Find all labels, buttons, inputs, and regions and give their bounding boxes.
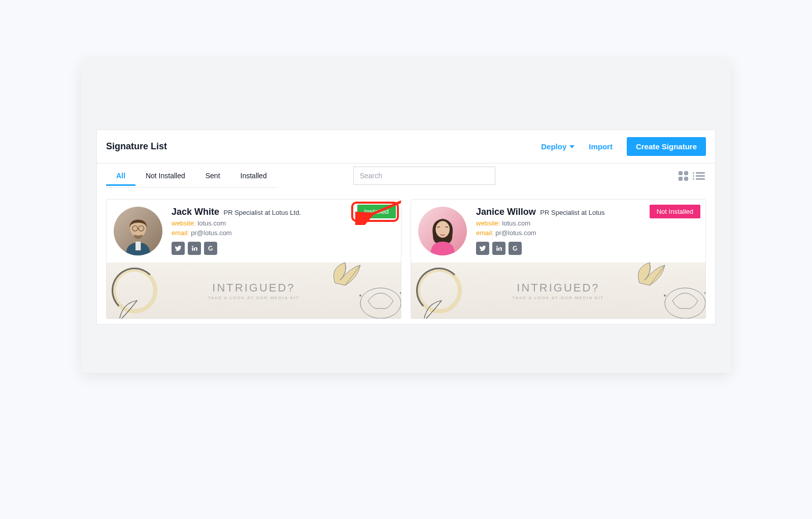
svg-point-7 xyxy=(400,292,401,294)
avatar xyxy=(418,207,467,255)
banner-text: INTRIGUED? TAKE A LOOK AT OUR MEDIA KIT xyxy=(513,281,604,300)
svg-point-11 xyxy=(665,288,705,318)
website-line: website: lotus.com xyxy=(476,219,698,227)
leaf-icon xyxy=(421,298,452,318)
promo-banner: INTRIGUED? TAKE A LOOK AT OUR MEDIA KIT xyxy=(411,263,705,318)
view-toggle xyxy=(678,170,706,181)
search-input[interactable] xyxy=(353,167,495,185)
deploy-label: Deploy xyxy=(541,142,566,151)
person-role: PR Specialist at Lotus xyxy=(540,209,604,216)
toolbar: All Not Installed Sent Installed xyxy=(97,164,715,188)
person-name: Janice Willow xyxy=(476,207,536,217)
deploy-dropdown[interactable]: Deploy xyxy=(541,142,574,151)
banner-text: INTRIGUED? TAKE A LOOK AT OUR MEDIA KIT xyxy=(208,281,299,300)
svg-point-6 xyxy=(359,295,361,297)
social-icons xyxy=(172,242,394,255)
signature-card[interactable]: Installed xyxy=(106,199,401,319)
google-icon[interactable] xyxy=(204,242,217,255)
signature-panel: Signature List Deploy Import Create Sign… xyxy=(96,129,716,325)
flower-outline-icon xyxy=(353,280,401,318)
status-badge: Installed xyxy=(357,205,396,218)
social-icons xyxy=(476,242,698,255)
svg-rect-4 xyxy=(136,241,141,250)
email-line: email: pr@lotus.com xyxy=(172,229,394,237)
linkedin-icon[interactable] xyxy=(492,242,505,255)
list-icon xyxy=(696,172,705,180)
app-frame: Signature List Deploy Import Create Sign… xyxy=(81,58,731,373)
tab-installed[interactable]: Installed xyxy=(230,166,277,186)
twitter-icon[interactable] xyxy=(172,242,185,255)
search-wrap xyxy=(353,167,495,185)
svg-point-12 xyxy=(664,295,666,297)
signature-card[interactable]: Not Installed Janice Willow xyxy=(411,199,706,319)
grid-icon xyxy=(679,171,688,181)
person-name: Jack White xyxy=(172,207,219,217)
google-icon[interactable] xyxy=(509,242,522,255)
svg-point-5 xyxy=(360,288,401,318)
twitter-icon[interactable] xyxy=(476,242,489,255)
page-title: Signature List xyxy=(106,141,167,152)
chevron-down-icon xyxy=(569,145,574,148)
flower-outline-icon xyxy=(657,280,705,318)
list-view-button[interactable] xyxy=(695,170,706,181)
promo-banner: INTRIGUED? TAKE A LOOK AT OUR MEDIA KIT xyxy=(107,263,401,318)
website-line: website: lotus.com xyxy=(172,219,394,227)
header-actions: Deploy Import Create Signature xyxy=(541,137,706,156)
linkedin-icon[interactable] xyxy=(188,242,201,255)
panel-header: Signature List Deploy Import Create Sign… xyxy=(97,130,715,164)
svg-point-13 xyxy=(704,292,705,294)
create-signature-button[interactable]: Create Signature xyxy=(627,137,706,156)
card-top: Jack White PR Specialist at Lotus Ltd. w… xyxy=(114,207,394,255)
signature-cards: Installed xyxy=(97,188,715,324)
tab-not-installed[interactable]: Not Installed xyxy=(136,166,195,186)
tabs: All Not Installed Sent Installed xyxy=(106,164,277,188)
tab-all[interactable]: All xyxy=(106,166,136,186)
leaf-icon xyxy=(117,298,147,318)
email-line: email: pr@lotus.com xyxy=(476,229,698,237)
grid-view-button[interactable] xyxy=(678,170,689,181)
tab-sent[interactable]: Sent xyxy=(195,166,230,186)
import-button[interactable]: Import xyxy=(589,142,613,151)
avatar xyxy=(114,207,162,255)
person-role: PR Specialist at Lotus Ltd. xyxy=(224,209,301,216)
status-badge: Not Installed xyxy=(650,205,700,218)
avatar-icon xyxy=(421,212,464,255)
avatar-icon xyxy=(116,212,160,255)
